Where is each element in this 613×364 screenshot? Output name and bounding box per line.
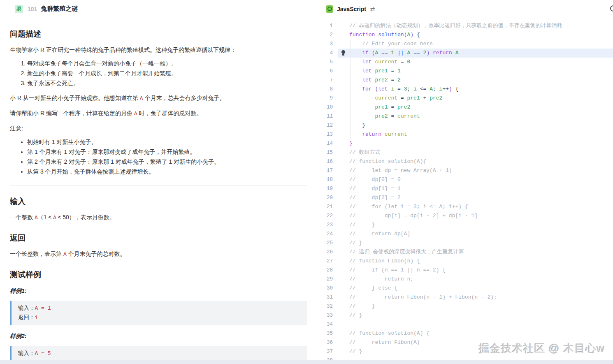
code-line-content[interactable]: let current = 0 — [338, 58, 613, 67]
code-line[interactable]: 14} — [317, 139, 613, 148]
code-line-content[interactable]: // function solution(A) { — [338, 329, 613, 338]
code-line-content[interactable]: // } — [338, 311, 613, 320]
text-run: 个月末，总共会有多少对兔子。 — [143, 95, 225, 101]
code-line-content[interactable]: // 非递归的解法（动态规划），效率比递归好，只获取之前的值，不存在重复的计算消… — [338, 21, 613, 30]
code-line-content[interactable]: // dp[1] = 1 — [338, 184, 613, 193]
code-line[interactable]: 1// 非递归的解法（动态规划），效率比递归好，只获取之前的值，不存在重复的计算… — [317, 21, 613, 30]
horizontal-scrollbar[interactable] — [0, 360, 613, 364]
code-line[interactable]: 21// for (let i = 3; i <= A; i++) { — [317, 202, 613, 211]
code-line[interactable]: 19// dp[1] = 1 — [317, 184, 613, 193]
code-line-content[interactable]: // } — [338, 302, 613, 311]
code-token: // function solution(A) { — [349, 330, 430, 336]
code-line[interactable]: 11 pre2 = current — [317, 112, 613, 121]
code-line-content[interactable]: // dp[2] = 2 — [338, 193, 613, 202]
text-run: 新生的小兔子需要一个月成长，到第二个月才能开始繁殖。 — [27, 70, 177, 77]
language-switch-icon[interactable]: ⇄ — [370, 6, 375, 12]
code-line[interactable]: 9 current = pre1 + pre2 — [317, 94, 613, 103]
code-line-content[interactable]: // function Fibon(n) { — [338, 257, 613, 266]
code-token: A — [430, 86, 433, 92]
code-line[interactable]: 34 — [317, 320, 613, 329]
code-line-content[interactable]: // for (let i = 3; i <= A; i++) { — [338, 202, 613, 211]
code-token — [394, 77, 397, 83]
code-line[interactable]: 26// 递归 会使栈的深度变得很大，产生重复计算 — [317, 248, 613, 257]
code-line[interactable]: 24// return dp[A] — [317, 230, 613, 239]
code-line-content[interactable]: let pre2 = 2 — [338, 76, 613, 85]
code-line[interactable]: 15// 数组方式 — [317, 148, 613, 157]
line-number: 30 — [317, 284, 338, 293]
code-token: if — [362, 50, 369, 56]
code-token: pre2 — [397, 104, 410, 110]
code-token — [420, 95, 423, 101]
code-line[interactable]: 23// } — [317, 220, 613, 230]
code-line-content[interactable]: pre2 = current — [338, 112, 613, 121]
code-line[interactable]: 10 pre1 = pre2 — [317, 103, 613, 112]
code-line-content[interactable]: current = pre1 + pre2 — [338, 94, 613, 103]
code-line[interactable]: 12 } — [317, 121, 613, 130]
code-line[interactable]: 2function solution(A) { — [317, 30, 613, 39]
line-number: 13 — [317, 130, 338, 139]
code-line[interactable]: 33// } — [317, 311, 613, 320]
code-line-content[interactable]: } — [338, 121, 613, 130]
code-line[interactable]: 3 // Edit your code here — [317, 39, 613, 49]
code-editor[interactable]: 1// 非递归的解法（动态规划），效率比递归好，只获取之前的值，不存在重复的计算… — [317, 18, 613, 364]
line-number: 19 — [317, 184, 338, 193]
code-line-content[interactable]: // 递归 会使栈的深度变得很大，产生重复计算 — [338, 248, 613, 257]
code-line-content[interactable]: // } else { — [338, 284, 613, 293]
code-line[interactable]: 25// } — [317, 239, 613, 248]
inline-code: 1 — [35, 315, 38, 321]
code-line-content[interactable]: // } — [338, 239, 613, 248]
code-token: current — [375, 95, 397, 101]
code-line-content[interactable]: // 数组方式 — [338, 148, 613, 157]
reset-code-icon[interactable] — [610, 5, 613, 12]
code-token: // dp[i] = dp[i - 2] + dp[i - 1] — [349, 213, 478, 219]
code-line[interactable]: 13 return current — [317, 130, 613, 139]
code-line[interactable]: 8 for (let i = 3; i <= A; i++) { — [317, 85, 613, 94]
code-line[interactable]: 28// if (n == 1 || n == 2) { — [317, 266, 613, 275]
code-line-content[interactable]: for (let i = 3; i <= A; i++) { — [338, 85, 613, 94]
code-line-content[interactable]: // let dp = new Array(A + 1) — [338, 166, 613, 175]
code-line[interactable]: 5 let current = 0 — [317, 58, 613, 67]
code-line-content[interactable]: let pre1 = 1 — [338, 67, 613, 76]
code-line[interactable]: 18// dp[0] = 0 — [317, 175, 613, 184]
code-line-content[interactable]: // dp[i] = dp[i - 2] + dp[i - 1] — [338, 211, 613, 220]
line-number: 9 — [317, 94, 338, 103]
code-line[interactable]: 31// return Fibon(n - 1) + Fibon(n - 2); — [317, 293, 613, 302]
language-label[interactable]: JavaScript — [337, 6, 366, 12]
code-token: pre1 — [407, 95, 420, 101]
code-line[interactable]: 6 let pre1 = 1 — [317, 67, 613, 76]
code-line-content[interactable]: // } — [338, 220, 613, 230]
code-line-content[interactable]: // Edit your code here — [338, 39, 613, 49]
code-line[interactable]: 4 if (A == 1 || A == 2) return A — [317, 49, 613, 58]
code-line[interactable]: 16// function solution(A){ — [317, 157, 613, 166]
code-line-content[interactable]: return current — [338, 130, 613, 139]
code-line-content[interactable]: // function solution(A){ — [338, 157, 613, 166]
code-token: // function solution(A){ — [349, 158, 426, 165]
text-run: 第 1 个月末有 1 对兔子：原来那对变成了成年兔子，并开始繁殖。 — [27, 148, 195, 155]
line-number: 6 — [317, 67, 338, 76]
code-line[interactable]: 29// return n; — [317, 275, 613, 284]
code-line-content[interactable]: // return n; — [338, 275, 613, 284]
code-line[interactable]: 32// } — [317, 302, 613, 311]
code-line[interactable]: 22// dp[i] = dp[i - 2] + dp[i - 1] — [317, 211, 613, 220]
code-line-content[interactable]: } — [338, 139, 613, 148]
code-line-content[interactable]: // return Fibon(n - 1) + Fibon(n - 2); — [338, 293, 613, 302]
code-line-content[interactable]: if (A == 1 || A == 2) return A — [338, 49, 613, 58]
code-line[interactable]: 17// let dp = new Array(A + 1) — [317, 166, 613, 175]
text-run: 注意: — [10, 125, 23, 132]
code-line[interactable]: 20// dp[2] = 2 — [317, 193, 613, 202]
code-line[interactable]: 30// } else { — [317, 284, 613, 293]
code-line-content[interactable]: pre1 = pre2 — [338, 103, 613, 112]
note-list: 初始时有 1 对新生小兔子。第 1 个月末有 1 对兔子：原来那对变成了成年兔子… — [10, 138, 307, 176]
code-line-content[interactable] — [338, 320, 613, 329]
line-number: 20 — [317, 193, 338, 202]
code-line[interactable]: 27// function Fibon(n) { — [317, 257, 613, 266]
code-token: pre2 — [375, 77, 388, 83]
lightbulb-hint-icon[interactable] — [341, 50, 345, 54]
code-line-content[interactable]: function solution(A) { — [338, 30, 613, 39]
code-line-content[interactable]: // return dp[A] — [338, 230, 613, 239]
inline-code: A — [140, 95, 143, 102]
code-line-content[interactable]: // if (n == 1 || n == 2) { — [338, 266, 613, 275]
code-line-content[interactable]: // dp[0] = 0 — [338, 175, 613, 184]
code-line[interactable]: 35// function solution(A) { — [317, 329, 613, 338]
code-line[interactable]: 7 let pre2 = 2 — [317, 76, 613, 85]
